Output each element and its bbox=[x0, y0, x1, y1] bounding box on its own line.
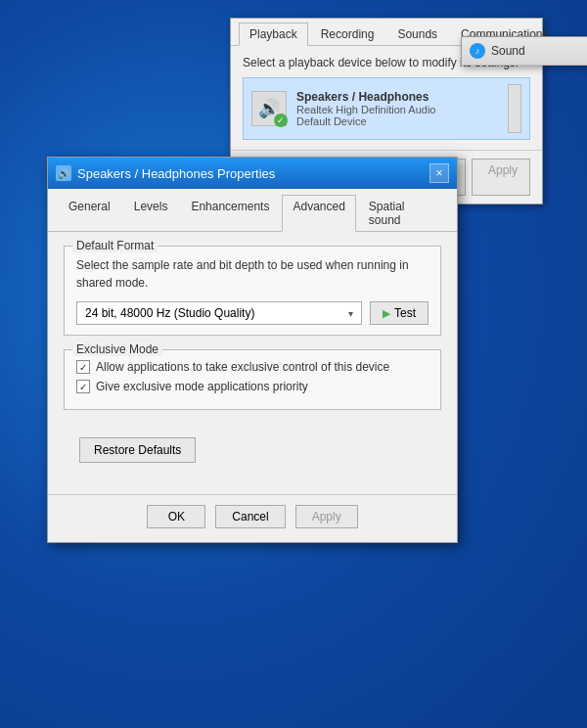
dropdown-arrow-icon: ▾ bbox=[348, 308, 353, 319]
tab-general[interactable]: General bbox=[58, 195, 121, 231]
default-format-desc: Select the sample rate and bit depth to … bbox=[76, 256, 429, 292]
scrollbar[interactable] bbox=[508, 84, 521, 133]
tab-enhancements[interactable]: Enhancements bbox=[180, 195, 280, 231]
props-footer: OK Cancel Apply bbox=[48, 494, 457, 542]
device-sub2: Default Device bbox=[296, 115, 498, 127]
props-title-bar: 🔊 Speakers / Headphones Properties × bbox=[48, 158, 457, 189]
device-sub1: Realtek High Definition Audio bbox=[296, 104, 498, 115]
format-select[interactable]: 24 bit, 48000 Hz (Studio Quality) ▾ bbox=[76, 301, 362, 325]
sound-title-left: ♪ Sound bbox=[470, 43, 525, 59]
tab-recording[interactable]: Recording bbox=[310, 23, 385, 45]
default-format-label: Default Format bbox=[72, 239, 158, 252]
props-title-icon: 🔊 bbox=[56, 165, 71, 181]
exclusive-mode-section: Exclusive Mode ✓ Allow applications to t… bbox=[64, 349, 441, 410]
tab-playback[interactable]: Playback bbox=[239, 23, 308, 46]
checkbox-exclusive-control[interactable]: ✓ bbox=[76, 360, 90, 374]
device-info: Speakers / Headphones Realtek High Defin… bbox=[296, 90, 498, 127]
props-dialog: 🔊 Speakers / Headphones Properties × Gen… bbox=[47, 157, 458, 543]
props-tab-bar: General Levels Enhancements Advanced Spa… bbox=[48, 189, 457, 232]
sound-apply-button[interactable]: Apply bbox=[472, 159, 530, 196]
default-format-section: Default Format Select the sample rate an… bbox=[64, 246, 441, 336]
cancel-button[interactable]: Cancel bbox=[215, 505, 285, 528]
ok-button[interactable]: OK bbox=[147, 505, 205, 528]
tab-advanced[interactable]: Advanced bbox=[282, 195, 355, 232]
format-row: 24 bit, 48000 Hz (Studio Quality) ▾ ▶ Te… bbox=[76, 301, 429, 325]
restore-defaults-button[interactable]: Restore Defaults bbox=[79, 437, 196, 463]
props-title-left: 🔊 Speakers / Headphones Properties bbox=[56, 165, 275, 181]
props-close-button[interactable]: × bbox=[429, 163, 449, 183]
restore-defaults-container: Restore Defaults bbox=[48, 437, 457, 494]
exclusive-mode-label: Exclusive Mode bbox=[72, 342, 162, 356]
speaker-icon: 🔊 ✓ bbox=[251, 91, 287, 126]
green-check-icon: ✓ bbox=[274, 114, 288, 127]
apply-button[interactable]: Apply bbox=[295, 505, 358, 528]
format-select-text: 24 bit, 48000 Hz (Studio Quality) bbox=[85, 306, 254, 320]
device-item[interactable]: 🔊 ✓ Speakers / Headphones Realtek High D… bbox=[243, 77, 530, 140]
checkbox-row-1[interactable]: ✓ Allow applications to take exclusive c… bbox=[76, 360, 429, 374]
test-label: Test bbox=[394, 306, 416, 320]
props-content: Default Format Select the sample rate an… bbox=[48, 232, 457, 437]
props-title-text: Speakers / Headphones Properties bbox=[77, 166, 275, 181]
test-button[interactable]: ▶ Test bbox=[370, 301, 429, 325]
sound-title-bar: ♪ Sound × bbox=[461, 36, 587, 66]
tab-levels[interactable]: Levels bbox=[123, 195, 179, 231]
sound-icon: ♪ bbox=[470, 43, 485, 59]
checkbox-label-2: Give exclusive mode applications priorit… bbox=[96, 380, 308, 393]
sound-title-text: Sound bbox=[491, 44, 525, 58]
checkbox-row-2[interactable]: ✓ Give exclusive mode applications prior… bbox=[76, 380, 429, 393]
checkbox-label-1: Allow applications to take exclusive con… bbox=[96, 360, 389, 374]
tab-spatial-sound[interactable]: Spatial sound bbox=[358, 195, 447, 231]
checkbox-exclusive-priority[interactable]: ✓ bbox=[76, 380, 90, 393]
device-name: Speakers / Headphones bbox=[296, 90, 498, 104]
tab-sounds[interactable]: Sounds bbox=[386, 23, 448, 45]
play-icon: ▶ bbox=[383, 307, 390, 320]
